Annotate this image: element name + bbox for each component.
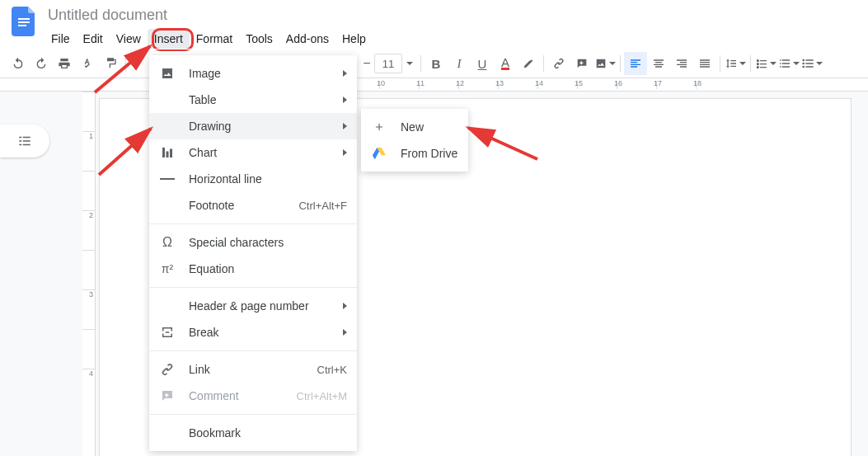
- svg-point-5: [802, 66, 805, 68]
- footnote-icon: [159, 197, 176, 214]
- menu-label: Comment: [189, 389, 277, 402]
- checklist-button[interactable]: [754, 52, 777, 75]
- insert-menu-bookmark[interactable]: Bookmark: [149, 420, 357, 446]
- insert-menu-header-page-number[interactable]: Header & page number: [149, 293, 357, 319]
- insert-menu-drawing[interactable]: Drawing: [149, 113, 357, 139]
- equation-icon: π²: [159, 261, 176, 277]
- plus-icon: [371, 119, 387, 135]
- svg-point-4: [802, 63, 805, 65]
- menu-insert[interactable]: Insert: [148, 29, 190, 49]
- insert-comment-button[interactable]: [570, 52, 594, 75]
- paint-format-button[interactable]: [99, 52, 122, 75]
- docs-logo[interactable]: [7, 5, 40, 38]
- undo-button[interactable]: [7, 52, 30, 75]
- underline-button[interactable]: U: [471, 52, 494, 75]
- toolbar-separator: [125, 55, 126, 72]
- submenu-arrow-icon: [343, 303, 347, 309]
- svg-point-3: [802, 59, 805, 62]
- print-button[interactable]: [53, 52, 76, 75]
- bold-button[interactable]: B: [425, 52, 448, 75]
- menu-label: New: [401, 120, 458, 134]
- align-center-button[interactable]: [647, 52, 670, 75]
- align-right-button[interactable]: [670, 52, 693, 75]
- menu-help[interactable]: Help: [335, 29, 373, 49]
- highlight-button[interactable]: [517, 52, 540, 75]
- menu-shortcut: Ctrl+K: [317, 364, 347, 376]
- bulleted-list-button[interactable]: [800, 52, 823, 75]
- line-spacing-button[interactable]: [724, 52, 747, 75]
- special-chars-icon: Ω: [159, 234, 176, 251]
- redo-button[interactable]: [30, 52, 53, 75]
- menu-view[interactable]: View: [110, 29, 148, 49]
- text-color-button[interactable]: A: [494, 52, 517, 75]
- outline-toggle-button[interactable]: [0, 125, 49, 157]
- menubar: File Edit View Insert Format Tools Add-o…: [45, 26, 373, 49]
- font-size-decrease[interactable]: −: [359, 52, 374, 75]
- menu-label: Equation: [189, 262, 347, 275]
- break-icon: [159, 324, 176, 341]
- insert-menu-chart[interactable]: Chart: [149, 139, 357, 166]
- menu-divider: [149, 414, 357, 415]
- menu-label: From Drive: [401, 147, 458, 160]
- insert-menu-table[interactable]: Table: [149, 87, 357, 113]
- svg-rect-2: [18, 25, 26, 26]
- menu-label: Horizontal line: [189, 172, 347, 186]
- submenu-arrow-icon: [343, 96, 347, 103]
- menu-divider: [149, 223, 357, 224]
- menu-label: Break: [189, 326, 323, 339]
- menu-label: Link: [189, 363, 298, 376]
- insert-menu-special-chars[interactable]: Ω Special characters: [149, 229, 357, 256]
- menu-label: Image: [189, 67, 323, 80]
- drawing-icon: [159, 118, 176, 134]
- drive-icon: [371, 145, 387, 162]
- insert-menu-link[interactable]: Link Ctrl+K: [149, 356, 357, 383]
- vertical-ruler: 1234: [82, 92, 96, 456]
- insert-image-button[interactable]: [594, 52, 617, 75]
- font-size-input[interactable]: 11: [374, 54, 402, 73]
- italic-button[interactable]: I: [448, 52, 471, 75]
- menu-label: Chart: [189, 146, 323, 159]
- doc-title[interactable]: Untitled document: [45, 5, 373, 26]
- toolbar-separator: [543, 55, 544, 72]
- insert-link-button[interactable]: [547, 52, 570, 75]
- toolbar: − 11 B I U A: [0, 49, 868, 78]
- header-icon: [159, 298, 176, 314]
- menu-label: Drawing: [189, 120, 323, 133]
- submenu-arrow-icon: [343, 70, 347, 77]
- numbered-list-button[interactable]: [777, 52, 800, 75]
- submenu-arrow-icon: [343, 149, 347, 156]
- submenu-arrow-icon: [343, 329, 347, 336]
- menu-label: Header & page number: [189, 299, 323, 313]
- drawing-submenu-from-drive[interactable]: From Drive: [361, 140, 468, 167]
- svg-rect-6: [160, 178, 175, 180]
- menu-edit[interactable]: Edit: [77, 29, 110, 49]
- insert-menu-break[interactable]: Break: [149, 319, 357, 346]
- menu-tools[interactable]: Tools: [239, 29, 279, 49]
- menu-file[interactable]: File: [45, 29, 77, 49]
- insert-menu-image[interactable]: Image: [149, 60, 357, 87]
- horizontal-ruler: 101112131415161718: [0, 78, 868, 92]
- table-icon: [159, 92, 176, 108]
- drawing-submenu-new[interactable]: New: [361, 114, 468, 140]
- drawing-submenu: New From Drive: [361, 109, 468, 172]
- menu-label: Table: [189, 93, 323, 106]
- align-left-button[interactable]: [624, 52, 647, 75]
- menu-label: Footnote: [189, 199, 279, 212]
- insert-menu-footnote[interactable]: Footnote Ctrl+Alt+F: [149, 192, 357, 219]
- menu-label: Special characters: [189, 236, 347, 249]
- spellcheck-button[interactable]: [76, 52, 99, 75]
- menu-addons[interactable]: Add-ons: [279, 29, 335, 49]
- insert-menu-comment: Comment Ctrl+Alt+M: [149, 383, 357, 409]
- chart-icon: [159, 144, 176, 161]
- comment-icon: [159, 388, 176, 404]
- insert-menu-equation[interactable]: π² Equation: [149, 256, 357, 282]
- insert-menu-horizontal-line[interactable]: Horizontal line: [149, 166, 357, 192]
- toolbar-separator: [420, 55, 421, 72]
- font-size-increase[interactable]: [402, 52, 417, 75]
- insert-menu: Image Table Drawing Chart Horizontal lin…: [149, 55, 357, 451]
- toolbar-separator: [750, 55, 751, 72]
- menu-label: Bookmark: [189, 426, 347, 440]
- menu-divider: [149, 287, 357, 288]
- menu-format[interactable]: Format: [190, 29, 239, 49]
- align-justify-button[interactable]: [693, 52, 716, 75]
